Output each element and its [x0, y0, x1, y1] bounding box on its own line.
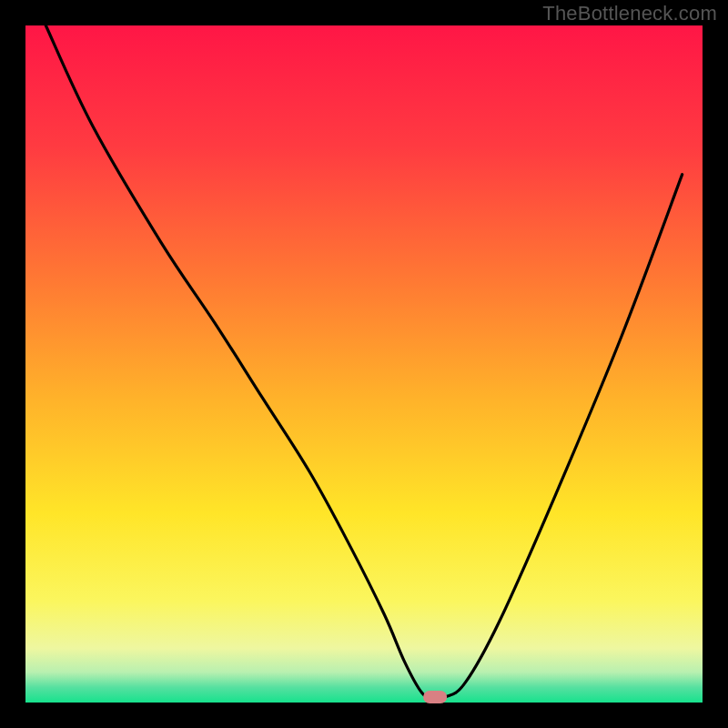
watermark-text: TheBottleneck.com — [542, 2, 717, 25]
bottleneck-chart — [0, 0, 728, 728]
optimal-marker — [423, 691, 447, 703]
svg-rect-1 — [25, 25, 703, 703]
chart-container: TheBottleneck.com — [0, 0, 728, 728]
